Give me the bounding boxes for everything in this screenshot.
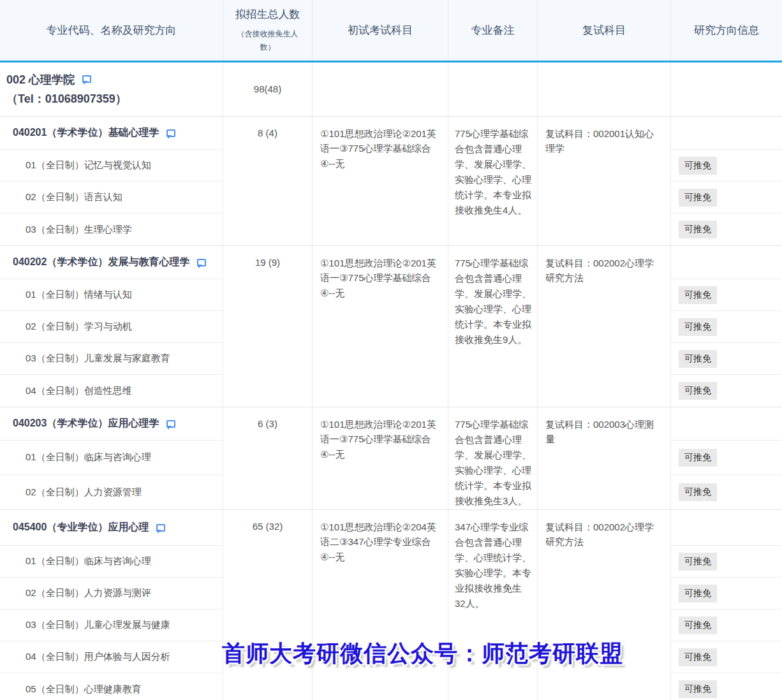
direction-info-cell: 可推免 xyxy=(671,546,782,578)
comment-icon[interactable] xyxy=(82,75,91,83)
direction-info-cell: 可推免 xyxy=(671,578,782,609)
college-tel: （Tel：01068907359） xyxy=(6,90,216,109)
direction-info-column: 可推免 可推免 xyxy=(671,407,782,509)
exempt-admission-button[interactable]: 可推免 xyxy=(679,449,717,467)
direction-label: 02（全日制）人力资源与测评 xyxy=(26,587,151,599)
exempt-admission-button[interactable]: 可推免 xyxy=(679,585,717,602)
retest-subjects: 复试科目：002002心理学研究方法 xyxy=(538,510,671,700)
direction-row: 01（全日制）记忆与视觉认知 xyxy=(0,150,223,182)
direction-row: 05（全日制）心理健康教育 xyxy=(0,673,223,700)
direction-label: 01（全日制）情绪与认知 xyxy=(26,289,132,301)
direction-label: 03（全日制）儿童发展与家庭教育 xyxy=(26,353,170,365)
major-column: 040202（学术学位）发展与教育心理学 01（全日制）情绪与认知 02（全日制… xyxy=(0,246,223,407)
direction-row: 02（全日制）语言认知 xyxy=(0,182,223,214)
direction-row: 03（全日制）儿童心理发展与健康 xyxy=(0,609,223,641)
direction-label: 01（全日制）记忆与视觉认知 xyxy=(26,159,151,171)
col-header-quota: 拟招生总人数 （含接收推免生人数） xyxy=(223,0,313,61)
direction-info-cell: 可推免 xyxy=(671,279,782,311)
exempt-admission-button[interactable]: 可推免 xyxy=(679,616,717,634)
direction-label: 02（全日制）人力资源管理 xyxy=(26,486,142,499)
direction-label: 04（全日制）创造性思维 xyxy=(26,385,132,397)
major-title: 040203（学术学位）应用心理学 xyxy=(13,417,159,430)
direction-label: 04（全日制）用户体验与人因分析 xyxy=(26,651,170,663)
direction-info-column: 可推免 可推免 可推免 可推免 可推免 xyxy=(671,510,782,700)
direction-row: 03（全日制）儿童发展与家庭教育 xyxy=(0,343,223,375)
direction-label: 03（全日制）儿童心理发展与健康 xyxy=(26,619,170,631)
college-name: 002 心理学院 xyxy=(6,73,75,86)
direction-row: 02（全日制）学习与动机 xyxy=(0,311,223,343)
direction-info-cell: 可推免 xyxy=(671,150,782,182)
exempt-admission-button[interactable]: 可推免 xyxy=(679,286,717,304)
direction-label: 03（全日制）生理心理学 xyxy=(26,224,132,236)
comment-icon[interactable] xyxy=(197,259,206,266)
major-notes: 775心理学基础综合包含普通心理学、发展心理学、实验心理学、心理统计学。本专业拟… xyxy=(448,246,538,407)
retest-subjects: 复试科目：002001认知心理学 xyxy=(538,117,671,245)
exempt-admission-button[interactable]: 可推免 xyxy=(679,553,717,571)
direction-row: 04（全日制）创造性思维 xyxy=(0,375,223,407)
college-title-cell: 002 心理学院 （Tel：01068907359） xyxy=(0,62,223,116)
major-column: 045400（专业学位）应用心理 01（全日制）临床与咨询心理 02（全日制）人… xyxy=(0,510,223,700)
major-title-row: 045400（专业学位）应用心理 xyxy=(0,510,223,546)
exempt-admission-button[interactable]: 可推免 xyxy=(679,648,717,666)
direction-info-cell: 可推免 xyxy=(671,673,782,700)
col-header-retest-label: 复试科目 xyxy=(582,23,626,38)
college-row: 002 心理学院 （Tel：01068907359） 98(48) xyxy=(0,62,782,117)
col-header-quota-subnote: （含接收推免生人数） xyxy=(232,27,304,54)
college-notes-cell-empty xyxy=(448,62,538,116)
exempt-admission-button[interactable]: 可推免 xyxy=(679,221,717,238)
table-header: 专业代码、名称及研究方向 拟招生总人数 （含接收推免生人数） 初试考试科目 专业… xyxy=(0,0,782,62)
direction-info-cell: 可推免 xyxy=(671,343,782,375)
col-header-major-label: 专业代码、名称及研究方向 xyxy=(47,23,177,38)
retest-subjects: 复试科目：002003心理测量 xyxy=(538,407,671,509)
exempt-admission-button[interactable]: 可推免 xyxy=(679,157,717,175)
retest-subjects: 复试科目：002002心理学研究方法 xyxy=(538,246,671,407)
major-section-040201: 040201（学术学位）基础心理学 01（全日制）记忆与视觉认知 02（全日制）… xyxy=(0,117,782,246)
comment-icon[interactable] xyxy=(166,420,175,428)
initial-exam-subjects: ①101思想政治理论②201英语一③775心理学基础综合④--无 xyxy=(313,246,448,407)
exempt-admission-button[interactable]: 可推免 xyxy=(679,483,717,501)
col-header-retest: 复试科目 xyxy=(538,0,671,61)
comment-icon[interactable] xyxy=(166,129,175,137)
exempt-admission-button[interactable]: 可推免 xyxy=(679,189,717,207)
direction-label: 05（全日制）心理健康教育 xyxy=(26,683,142,696)
major-notes: 775心理学基础综合包含普通心理学、发展心理学、实验心理学、心理统计学。本专业拟… xyxy=(448,117,538,245)
direction-info-cell: 可推免 xyxy=(671,475,782,509)
major-section-040202: 040202（学术学位）发展与教育心理学 01（全日制）情绪与认知 02（全日制… xyxy=(0,246,782,407)
section-total-count: 65 (32) xyxy=(223,510,313,700)
col-header-notes-label: 专业备注 xyxy=(471,23,515,38)
direction-row: 01（全日制）临床与咨询心理 xyxy=(0,546,223,578)
section-total-count: 6 (3) xyxy=(223,407,313,509)
direction-row: 03（全日制）生理心理学 xyxy=(0,214,223,245)
col-header-notes: 专业备注 xyxy=(448,0,538,61)
direction-info-cell: 可推免 xyxy=(671,375,782,407)
exempt-admission-button[interactable]: 可推免 xyxy=(679,382,717,400)
college-retest-cell-empty xyxy=(538,62,671,116)
exempt-admission-button[interactable]: 可推免 xyxy=(679,318,717,336)
comment-icon[interactable] xyxy=(156,524,165,532)
watermark-text: 首师大考研微信公众号：师范考研联盟 xyxy=(222,638,623,669)
col-header-quota-label: 拟招生总人数 xyxy=(235,7,300,22)
direction-info-column: 可推免 可推免 可推免 xyxy=(671,117,782,245)
major-notes: 347心理学专业综合包含普通心理学、心理统计学、实验心理学。本专业拟接收推免生3… xyxy=(448,510,538,700)
direction-info-cell: 可推免 xyxy=(671,214,782,245)
exempt-admission-button[interactable]: 可推免 xyxy=(679,350,717,368)
college-total-count: 98(48) xyxy=(223,62,313,116)
direction-label: 01（全日制）临床与咨询心理 xyxy=(26,555,151,567)
direction-info-cell: 可推免 xyxy=(671,609,782,641)
major-column: 040203（学术学位）应用心理学 01（全日制）临床与咨询心理 02（全日制）… xyxy=(0,407,223,509)
initial-exam-subjects: ①101思想政治理论②204英语二③347心理学专业综合④--无 xyxy=(313,510,448,700)
col-header-major: 专业代码、名称及研究方向 xyxy=(0,0,223,61)
major-section-045400: 045400（专业学位）应用心理 01（全日制）临床与咨询心理 02（全日制）人… xyxy=(0,510,782,700)
direction-label: 02（全日制）语言认知 xyxy=(26,191,122,203)
major-title-row: 040201（学术学位）基础心理学 xyxy=(0,117,223,150)
direction-info-cell: 可推免 xyxy=(671,441,782,475)
major-title: 045400（专业学位）应用心理 xyxy=(13,521,149,534)
direction-row: 02（全日制）人力资源管理 xyxy=(0,475,223,509)
college-direction-cell-empty xyxy=(671,62,782,116)
direction-row: 04（全日制）用户体验与人因分析 xyxy=(0,641,223,673)
col-header-exam: 初试考试科目 xyxy=(313,0,448,61)
col-header-direction-info-label: 研究方向信息 xyxy=(694,23,759,38)
direction-info-empty-cell xyxy=(671,407,782,441)
exempt-admission-button[interactable]: 可推免 xyxy=(679,680,717,698)
direction-label: 02（全日制）学习与动机 xyxy=(26,321,132,333)
